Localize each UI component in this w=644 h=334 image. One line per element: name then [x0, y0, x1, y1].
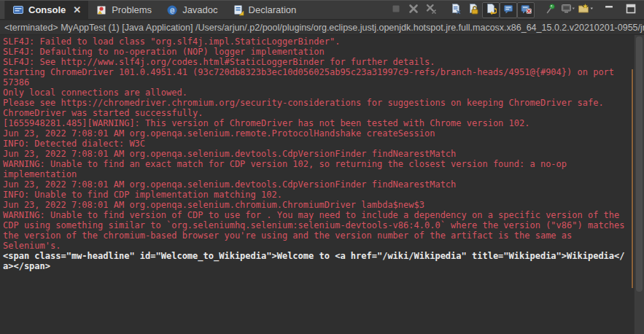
remove-all-terminated-icon [425, 3, 437, 18]
show-console-stdout-button[interactable] [500, 2, 517, 18]
pin-console-button[interactable] [542, 2, 559, 18]
open-console-icon [578, 3, 594, 18]
console-line: the version of the chromium-based browse… [3, 230, 634, 241]
console-line: SLF4J: Failed to load class "org.slf4j.i… [3, 36, 634, 47]
remove-launch-button[interactable] [405, 2, 422, 18]
show-console-stderr-icon [520, 3, 532, 18]
show-console-stderr-button[interactable] [517, 2, 535, 18]
problems-icon [96, 4, 107, 16]
console-icon [12, 4, 24, 16]
scroll-lock-icon [468, 3, 479, 18]
remove-launch-icon [408, 3, 419, 18]
console-line: Jun 23, 2022 7:08:01 AM org.openqa.selen… [3, 128, 634, 139]
console-line: <span class="mw-headline" id="Welcome_to… [3, 251, 634, 261]
tab-javadoc[interactable]: @ Javadoc [159, 1, 225, 19]
minimize-icon [604, 4, 614, 17]
console-line: Jun 23, 2022 7:08:01 AM org.openqa.selen… [3, 149, 634, 159]
remove-all-terminated-button[interactable] [422, 2, 440, 18]
view-window-buttons [600, 2, 640, 18]
eclipse-console-view: Console ✕ Problems @ Javadoc Declaration [0, 0, 644, 334]
console-lines: SLF4J: Failed to load class "org.slf4j.i… [3, 36, 634, 271]
console-toolbar [387, 1, 644, 19]
tab-label: Javadoc [182, 4, 217, 15]
view-tab-bar: Console ✕ Problems @ Javadoc Declaration [0, 0, 644, 20]
tab-problems[interactable]: Problems [88, 1, 159, 19]
declaration-icon [233, 4, 244, 16]
tab-declaration[interactable]: Declaration [225, 1, 304, 19]
clear-console-button[interactable] [447, 2, 465, 18]
close-tab-icon[interactable]: ✕ [73, 4, 81, 15]
tab-console[interactable]: Console ✕ [5, 1, 88, 19]
console-line: Only local connections are allowed. [3, 88, 634, 98]
minimize-button[interactable] [600, 2, 618, 18]
launch-status-line: <terminated> MyAppTest (1) [Java Applica… [0, 20, 644, 35]
console-line: implementation [3, 169, 634, 179]
clear-console-icon [450, 3, 462, 18]
maximize-button[interactable] [622, 2, 640, 18]
console-line: INFO: Detected dialect: W3C [3, 139, 634, 149]
display-selected-console-button[interactable] [559, 2, 577, 18]
console-line: Jun 23, 2022 7:08:01 AM org.openqa.selen… [3, 179, 634, 190]
console-line: INFO: Unable to find CDP implementation … [3, 190, 634, 200]
console-line: Please see https://chromedriver.chromium… [3, 98, 634, 108]
open-console-button[interactable] [577, 2, 594, 18]
vertical-scrollbar[interactable] [634, 35, 644, 334]
tab-label: Console [28, 4, 66, 15]
console-line: WARNING: Unable to find an exact match f… [3, 159, 634, 169]
console-line: ChromeDriver was started successfully. [3, 108, 634, 118]
javadoc-icon: @ [166, 4, 178, 16]
pin-console-icon [545, 3, 556, 18]
console-line: 57386 [3, 77, 634, 88]
terminate-icon [390, 3, 402, 18]
tab-label: Declaration [249, 4, 297, 15]
scroll-lock-button[interactable] [465, 2, 482, 18]
view-edge-strip [0, 1, 5, 19]
console-line: SLF4J: Defaulting to no-operation (NOP) … [3, 47, 634, 57]
console-line: CDP using something similar to `org.sele… [3, 220, 634, 230]
terminate-button[interactable] [387, 2, 405, 18]
word-wrap-icon [485, 3, 497, 18]
scrollbar-thumb[interactable] [636, 36, 643, 292]
overview-ruler-marker [632, 69, 633, 288]
show-console-stdout-icon [503, 3, 514, 18]
display-selected-console-icon [561, 3, 575, 18]
console-line: a></span> [3, 261, 634, 271]
console-line: Jun 23, 2022 7:08:01 AM org.openqa.selen… [3, 200, 634, 210]
word-wrap-button[interactable] [482, 2, 500, 18]
svg-text:@: @ [170, 6, 174, 14]
console-output-area[interactable]: SLF4J: Failed to load class "org.slf4j.i… [0, 35, 634, 334]
tab-label: Problems [112, 4, 152, 15]
console-line: Selenium's. [3, 241, 634, 251]
console-line: WARNING: Unable to find version of CDP t… [3, 210, 634, 220]
console-line: [1655948281.485][WARNING]: This version … [3, 118, 634, 128]
maximize-icon [626, 4, 636, 17]
console-line: SLF4J: See http://www.slf4j.org/codes.ht… [3, 57, 634, 67]
console-line: Starting ChromeDriver 101.0.4951.41 (93c… [3, 67, 634, 77]
